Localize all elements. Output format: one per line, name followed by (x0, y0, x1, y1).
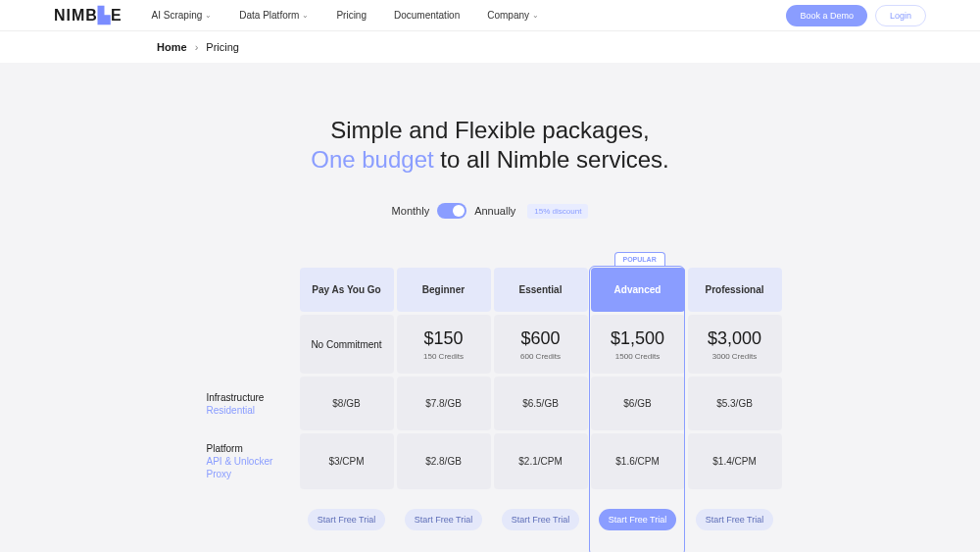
plan-price: $600 (520, 328, 560, 349)
login-button[interactable]: Login (875, 5, 926, 26)
heading-line2: One budget to all Nimble services. (0, 146, 980, 174)
platform-cell-0: $3/CPM (300, 433, 394, 489)
nav-item-company[interactable]: Company⌄ (487, 10, 539, 21)
plan-price-cell-4: $3,0003000 Credits (688, 315, 782, 374)
plan-price-cell-2: $600600 Credits (494, 315, 588, 374)
toggle-knob (453, 205, 465, 217)
infra-cell-2: $6.5/GB (494, 376, 588, 430)
plan-header-1: Beginner (397, 268, 491, 312)
plan-header-3: Advanced (591, 268, 685, 312)
book-demo-button[interactable]: Book a Demo (786, 5, 867, 26)
nav-item-data-platform[interactable]: Data Platform⌄ (239, 10, 309, 21)
plan-price: $1,500 (611, 328, 664, 349)
cta-cell-1: Start Free Trial (397, 492, 491, 546)
plan-price-cell-0: No Commitment (300, 315, 394, 374)
plan-credits: 3000 Credits (712, 352, 757, 361)
plan-price: $150 (423, 328, 463, 349)
nav-item-pricing[interactable]: Pricing (336, 10, 367, 21)
billing-toggle[interactable] (437, 203, 466, 219)
breadcrumb-home[interactable]: Home (157, 41, 187, 53)
plan-price: No Commitment (311, 339, 381, 350)
main-content: Simple and Flexible packages, One budget… (0, 63, 980, 552)
breadcrumb: Home › Pricing (0, 31, 980, 63)
platform-cell-2: $2.1/CPM (494, 433, 588, 489)
nav-item-label: Data Platform (239, 10, 299, 21)
cta-cell-3: Start Free Trial (591, 492, 685, 546)
plan-header-2: Essential (494, 268, 588, 312)
page-heading: Simple and Flexible packages, One budget… (0, 117, 980, 174)
platform-cell-3: $1.6/CPM (591, 433, 685, 489)
cta-cell-4: Start Free Trial (688, 492, 782, 546)
chevron-down-icon: ⌄ (302, 11, 309, 20)
heading-line1: Simple and Flexible packages, (0, 117, 980, 144)
start-trial-button-4[interactable]: Start Free Trial (696, 509, 774, 530)
infra-cell-3: $6/GB (591, 376, 685, 430)
plan-header-0: Pay As You Go (300, 268, 394, 312)
nav-items: AI Scraping⌄Data Platform⌄PricingDocumen… (152, 10, 787, 21)
nav-item-label: Pricing (336, 10, 367, 21)
start-trial-button-0[interactable]: Start Free Trial (308, 509, 386, 530)
toggle-annually-label[interactable]: Annually (474, 205, 515, 217)
infra-cell-4: $5.3/GB (688, 376, 782, 430)
platform-cell-1: $2.8/GB (397, 433, 491, 489)
plan-price: $3,000 (708, 328, 761, 349)
empty-cell (199, 268, 297, 312)
toggle-monthly-label[interactable]: Monthly (392, 205, 430, 217)
cta-cell-2: Start Free Trial (494, 492, 588, 546)
row-label-infra: InfrastructureResidential (199, 376, 297, 430)
nav-item-ai-scraping[interactable]: AI Scraping⌄ (152, 10, 213, 21)
nav-item-label: Documentation (394, 10, 460, 21)
plan-credits: 600 Credits (520, 352, 561, 361)
chevron-down-icon: ⌄ (205, 11, 212, 20)
chevron-right-icon: › (195, 41, 199, 53)
breadcrumb-current: Pricing (206, 41, 239, 53)
start-trial-button-2[interactable]: Start Free Trial (502, 509, 580, 530)
row-label-platform: PlatformAPI & UnlockerProxy (199, 433, 297, 489)
cta-cell-0: Start Free Trial (300, 492, 394, 546)
infra-cell-1: $7.8/GB (397, 376, 491, 430)
plan-header-4: Professional (688, 268, 782, 312)
billing-toggle-row: Monthly Annually 15% discount (0, 203, 980, 219)
nav-item-documentation[interactable]: Documentation (394, 10, 460, 21)
logo[interactable]: NIMB▙E (54, 6, 122, 25)
discount-badge: 15% discount (527, 204, 588, 219)
chevron-down-icon: ⌄ (532, 11, 539, 20)
empty-cell (199, 492, 297, 546)
popular-badge: POPULAR (614, 252, 665, 266)
plan-price-cell-3: $1,5001500 Credits (591, 315, 685, 374)
platform-cell-4: $1.4/CPM (688, 433, 782, 489)
plan-price-cell-1: $150150 Credits (397, 315, 491, 374)
nav-actions: Book a Demo Login (786, 5, 926, 26)
start-trial-button-3[interactable]: Start Free Trial (599, 509, 677, 530)
infra-cell-0: $8/GB (300, 376, 394, 430)
empty-cell (199, 315, 297, 374)
plan-credits: 1500 Credits (615, 352, 660, 361)
nav-item-label: Company (487, 10, 529, 21)
pricing-grid: Pay As You GoBeginnerEssentialAdvancedPr… (199, 268, 782, 546)
plan-credits: 150 Credits (423, 352, 464, 361)
nav-item-label: AI Scraping (152, 10, 203, 21)
navbar: NIMB▙E AI Scraping⌄Data Platform⌄Pricing… (0, 0, 980, 31)
start-trial-button-1[interactable]: Start Free Trial (405, 509, 483, 530)
